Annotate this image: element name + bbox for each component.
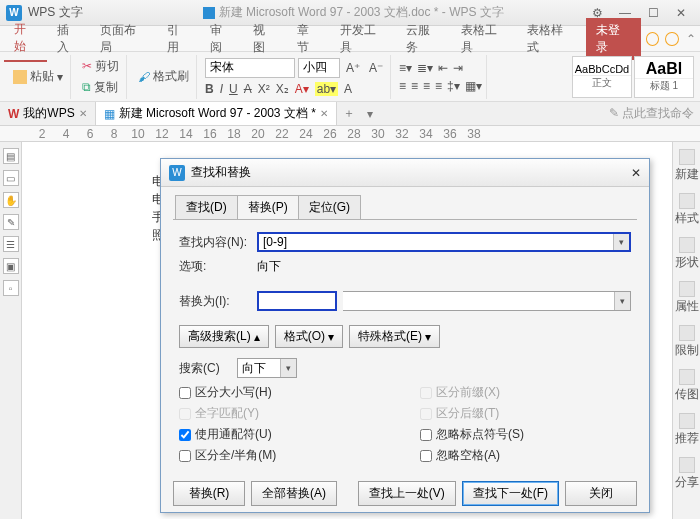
line-spacing-button[interactable]: ‡▾ (447, 79, 460, 93)
chevron-down-icon[interactable]: ▾ (613, 234, 629, 250)
super-button[interactable]: X² (258, 82, 270, 96)
style-heading1[interactable]: AaBl标题 1 (634, 56, 694, 98)
shading-button[interactable]: ▦▾ (465, 79, 482, 93)
options-value: 向下 (257, 258, 281, 275)
command-search[interactable]: ✎ 点此查找命令 (609, 105, 694, 122)
chk-whole: 全字匹配(Y) (179, 405, 390, 422)
font-grow-button[interactable]: A⁺ (343, 58, 363, 78)
chk-suffix: 区分后缀(T) (420, 405, 631, 422)
page-icon[interactable]: ▫ (3, 280, 19, 296)
numbering-button[interactable]: ≣▾ (417, 61, 433, 75)
underline-button[interactable]: U (229, 82, 238, 96)
align-left-button[interactable]: ≡ (399, 79, 406, 93)
toolbar: 粘贴 ▾ ✂剪切 ⧉复制 🖌格式刷 宋体 小四 A⁺ A⁻ B I U A X²… (0, 52, 700, 102)
paste-button[interactable]: 粘贴 ▾ (10, 67, 66, 86)
align-justify-button[interactable]: ≡ (435, 79, 442, 93)
align-center-button[interactable]: ≡ (411, 79, 418, 93)
copy-button[interactable]: ⧉复制 (79, 78, 122, 97)
collapse-ribbon-icon[interactable]: ⌃ (686, 32, 696, 46)
format-button[interactable]: 格式(O) ▾ (275, 325, 343, 348)
style-normal[interactable]: AaBbCcDd正文 (572, 56, 632, 98)
panel-style[interactable]: 样式 (675, 190, 699, 230)
chevron-down-icon[interactable]: ▾ (614, 292, 630, 310)
maximize-icon[interactable]: ☐ (640, 4, 666, 22)
font-name-select[interactable]: 宋体 (205, 58, 295, 78)
close-icon[interactable]: ✕ (668, 4, 694, 22)
align-right-button[interactable]: ≡ (423, 79, 430, 93)
panel-restrict[interactable]: 限制 (675, 322, 699, 362)
search-dir-select[interactable]: 向下▾ (237, 358, 297, 378)
tab-tablestyle[interactable]: 表格样式 (517, 17, 583, 61)
chk-space[interactable]: 忽略空格(A) (420, 447, 631, 464)
chk-case[interactable]: 区分大小写(H) (179, 384, 390, 401)
chk-prefix: 区分前缀(X) (420, 384, 631, 401)
panel-prop[interactable]: 属性 (675, 278, 699, 318)
char-border-button[interactable]: A (344, 82, 352, 96)
bold-button[interactable]: B (205, 82, 214, 96)
ribbon-tabs: 开始 插入 页面布局 引用 审阅 视图 章节 开发工具 云服务 表格工具 表格样… (0, 26, 700, 52)
dialog-tab-goto[interactable]: 定位(G) (298, 195, 361, 219)
search-dir-label: 搜索(C) (179, 360, 231, 377)
dialog-title-bar[interactable]: W 查找和替换 ✕ (161, 159, 649, 187)
chk-width[interactable]: 区分全/半角(M) (179, 447, 390, 464)
hand-icon[interactable]: ✋ (3, 192, 19, 208)
camera-icon[interactable]: ▣ (3, 258, 19, 274)
advanced-search-button[interactable]: 高级搜索(L) ▴ (179, 325, 269, 348)
find-label: 查找内容(N): (179, 234, 251, 251)
panel-image[interactable]: 传图 (675, 366, 699, 406)
highlight-icon[interactable]: ✎ (3, 214, 19, 230)
find-input[interactable]: [0-9]▾ (257, 232, 631, 252)
doc-tab-current[interactable]: ▦新建 Microsoft Word 97 - 2003 文档 *✕ (96, 102, 337, 125)
close-tab-icon[interactable]: ✕ (320, 108, 328, 119)
close-tab-icon[interactable]: ✕ (79, 108, 87, 119)
new-tab-button[interactable]: ＋ (337, 105, 361, 122)
chevron-down-icon[interactable]: ▾ (280, 359, 296, 377)
font-size-select[interactable]: 小四 (298, 58, 340, 78)
select-icon[interactable]: ▭ (3, 170, 19, 186)
replace-combo-ext[interactable]: ▾ (343, 291, 631, 311)
dialog-tab-find[interactable]: 查找(D) (175, 195, 238, 219)
panel-recommend[interactable]: 推荐 (675, 410, 699, 450)
login-button[interactable]: 未登录 (586, 18, 641, 60)
chk-punct[interactable]: 忽略标点符号(S) (420, 426, 631, 443)
special-button[interactable]: 特殊格式(E) ▾ (349, 325, 440, 348)
note-icon[interactable]: ☰ (3, 236, 19, 252)
options-label: 选项: (179, 258, 251, 275)
dialog-tab-replace[interactable]: 替换(P) (237, 195, 299, 219)
doc-tab-home[interactable]: W我的WPS✕ (0, 102, 96, 125)
right-panel: 新建 样式 形状 属性 限制 传图 推荐 分享 (672, 142, 700, 519)
replace-button[interactable]: 替换(R) (173, 481, 245, 506)
horizontal-ruler[interactable]: 2468101214161820222426283032343638 (0, 126, 700, 142)
find-replace-dialog: W 查找和替换 ✕ 查找(D) 替换(P) 定位(G) 查找内容(N): [0-… (160, 158, 650, 513)
chk-wildcard[interactable]: 使用通配符(U) (179, 426, 390, 443)
replace-all-button[interactable]: 全部替换(A) (251, 481, 337, 506)
strike-button[interactable]: A (244, 82, 252, 96)
close-button[interactable]: 关闭 (565, 481, 637, 506)
extra-icon-2[interactable] (665, 32, 679, 46)
italic-button[interactable]: I (220, 82, 223, 96)
replace-input[interactable] (257, 291, 337, 311)
font-color-button[interactable]: A▾ (295, 82, 309, 96)
dialog-close-icon[interactable]: ✕ (631, 166, 641, 180)
nav-icon[interactable]: ▤ (3, 148, 19, 164)
format-brush-button[interactable]: 🖌格式刷 (135, 67, 192, 86)
bullets-button[interactable]: ≡▾ (399, 61, 412, 75)
indent-dec-button[interactable]: ⇤ (438, 61, 448, 75)
replace-label: 替换为(I): (179, 293, 251, 310)
document-tabs: W我的WPS✕ ▦新建 Microsoft Word 97 - 2003 文档 … (0, 102, 700, 126)
panel-shape[interactable]: 形状 (675, 234, 699, 274)
left-toolbar: ▤ ▭ ✋ ✎ ☰ ▣ ▫ (0, 142, 22, 519)
indent-inc-button[interactable]: ⇥ (453, 61, 463, 75)
find-next-button[interactable]: 查找下一处(F) (462, 481, 559, 506)
tab-list-button[interactable]: ▾ (361, 107, 379, 121)
cut-button[interactable]: ✂剪切 (79, 57, 122, 76)
sub-button[interactable]: X₂ (276, 82, 289, 96)
font-shrink-button[interactable]: A⁻ (366, 58, 386, 78)
panel-new[interactable]: 新建 (675, 146, 699, 186)
highlight-button[interactable]: ab▾ (315, 82, 338, 96)
find-prev-button[interactable]: 查找上一处(V) (358, 481, 456, 506)
panel-share[interactable]: 分享 (675, 454, 699, 494)
dialog-title: 查找和替换 (191, 164, 251, 181)
extra-icon-1[interactable] (646, 32, 660, 46)
dialog-icon: W (169, 165, 185, 181)
